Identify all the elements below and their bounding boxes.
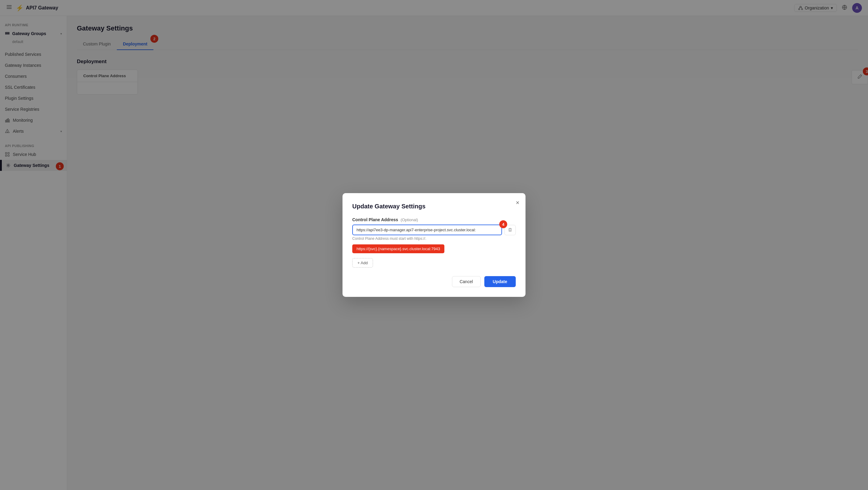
form-label-control-plane: Control Plane Address (Optional) [352, 217, 516, 222]
modal-overlay: Update Gateway Settings × Control Plane … [0, 0, 868, 490]
add-address-button[interactable]: + Add [352, 258, 373, 268]
svg-rect-22 [509, 228, 512, 231]
modal: Update Gateway Settings × Control Plane … [342, 193, 526, 297]
hint-text: Control Plane Address must start with ht… [352, 237, 516, 241]
modal-title: Update Gateway Settings [352, 203, 516, 210]
cancel-button[interactable]: Cancel [452, 276, 480, 287]
update-button[interactable]: Update [484, 276, 516, 287]
autocomplete-suggestion[interactable]: https://{svc}.{namespace}.svc.cluster.lo… [352, 244, 444, 253]
modal-close-button[interactable]: × [516, 199, 519, 206]
control-plane-address-input[interactable] [352, 224, 502, 235]
optional-label: (Optional) [400, 218, 418, 222]
step-4-badge: 4 [499, 220, 507, 228]
